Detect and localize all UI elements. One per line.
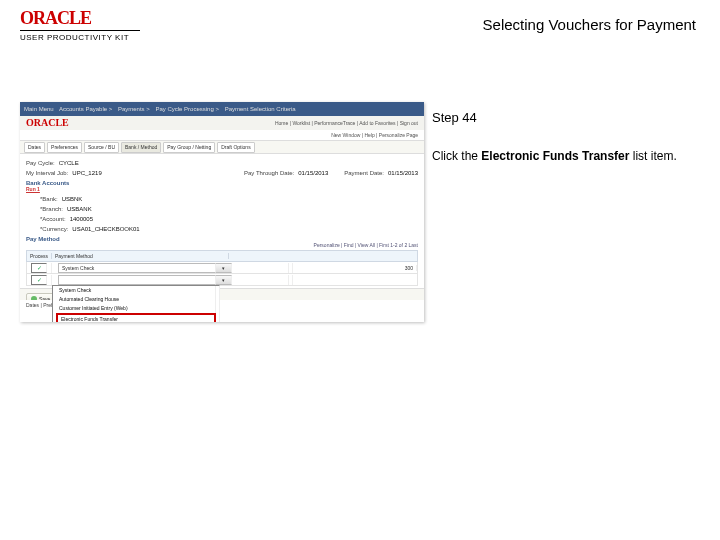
nav-item[interactable]: Pay Cycle Processing > bbox=[155, 106, 219, 112]
page-title: Selecting Vouchers for Payment bbox=[483, 16, 696, 33]
tab-bank-method[interactable]: Bank / Method bbox=[121, 142, 161, 153]
process-checkbox[interactable]: ✓ bbox=[31, 275, 47, 285]
interval-label: My Interval Job: bbox=[26, 170, 68, 176]
pay-method-meta[interactable]: Personalize | Find | View All | First 1-… bbox=[26, 242, 418, 248]
app-brand: ORACLE bbox=[26, 116, 69, 130]
payment-method-input[interactable]: System Check bbox=[58, 263, 216, 273]
chevron-down-icon[interactable]: ▾ bbox=[216, 263, 232, 273]
through-label: Pay Through Date: bbox=[244, 170, 294, 176]
bank-field-value: USBNK bbox=[62, 196, 83, 202]
app-nav-breadcrumb: Main Menu Accounts Payable > Payments > … bbox=[20, 102, 424, 116]
bank-field-label: *Currency: bbox=[40, 226, 68, 232]
oracle-wordmark: ORACLE bbox=[20, 8, 140, 29]
chevron-down-icon[interactable]: ▾ bbox=[216, 275, 232, 285]
instruction-bold: Electronic Funds Transfer bbox=[481, 149, 629, 163]
bank-field-value: USBANK bbox=[67, 206, 92, 212]
tab-preferences[interactable]: Preferences bbox=[47, 142, 82, 153]
nav-item[interactable]: Payments > bbox=[118, 106, 150, 112]
run-link[interactable]: Run 1 bbox=[26, 186, 418, 192]
instruction-prefix: Click the bbox=[432, 149, 481, 163]
app-tabstrip: DatesPreferencesSource / BUBank / Method… bbox=[20, 140, 424, 154]
interval-value: UPC_1219 bbox=[72, 170, 101, 176]
through-value: 01/15/2013 bbox=[298, 170, 328, 176]
paycycle-value: CYCLE bbox=[59, 160, 79, 166]
bank-field-label: *Branch: bbox=[40, 206, 63, 212]
tab-source-bu[interactable]: Source / BU bbox=[84, 142, 119, 153]
pm-grid-row-2: ✓ ▾ System CheckAutomated Clearing House… bbox=[26, 274, 418, 286]
paydate-label: Payment Date: bbox=[344, 170, 384, 176]
process-checkbox[interactable]: ✓ bbox=[31, 263, 47, 273]
app-screenshot: Main Menu Accounts Payable > Payments > … bbox=[20, 102, 424, 322]
pm-grid-header: Process Payment Method bbox=[26, 250, 418, 262]
nav-item[interactable]: Main Menu bbox=[24, 106, 54, 112]
payment-method-dropdown[interactable]: System CheckAutomated Clearing HouseCust… bbox=[52, 285, 220, 323]
nav-item[interactable]: Payment Selection Criteria bbox=[225, 106, 296, 112]
bank-field-value: 1400005 bbox=[70, 216, 93, 222]
paycycle-label: Pay Cycle: bbox=[26, 160, 55, 166]
dropdown-item[interactable]: Customer Initiated Entry (Web) bbox=[56, 304, 216, 313]
paydate-value: 01/15/2013 bbox=[388, 170, 418, 176]
oracle-upk-logo: ORACLE USER PRODUCTIVITY KIT bbox=[20, 8, 140, 42]
bank-field-label: *Account: bbox=[40, 216, 66, 222]
instruction-text: Click the Electronic Funds Transfer list… bbox=[432, 148, 692, 164]
dropdown-item[interactable]: System Check bbox=[56, 286, 216, 295]
tab-draft-options[interactable]: Draft Options bbox=[217, 142, 254, 153]
tab-pay-group-netting[interactable]: Pay Group / Netting bbox=[163, 142, 215, 153]
dropdown-item[interactable]: Electronic Funds Transfer bbox=[56, 313, 216, 323]
pm-max: 300 bbox=[370, 265, 417, 271]
upk-subtitle: USER PRODUCTIVITY KIT bbox=[20, 33, 140, 42]
dropdown-item[interactable]: Automated Clearing House bbox=[56, 295, 216, 304]
bank-field-value: USA01_CHECKBOOK01 bbox=[72, 226, 139, 232]
payment-method-input-2[interactable] bbox=[58, 275, 216, 285]
step-label: Step 44 bbox=[432, 110, 477, 125]
bank-field-label: *Bank: bbox=[40, 196, 58, 202]
app-top-links[interactable]: Home | Worklist | PerformanceTrace | Add… bbox=[275, 116, 418, 130]
pm-grid-row-1: ✓ System Check ▾ 300 bbox=[26, 262, 418, 274]
nav-item[interactable]: Accounts Payable > bbox=[59, 106, 112, 112]
app-user-links[interactable]: New Window | Help | Personalize Page bbox=[20, 130, 424, 140]
tab-dates[interactable]: Dates bbox=[24, 142, 45, 153]
app-brand-bar: ORACLE Home | Worklist | PerformanceTrac… bbox=[20, 116, 424, 130]
instruction-suffix: list item. bbox=[629, 149, 676, 163]
